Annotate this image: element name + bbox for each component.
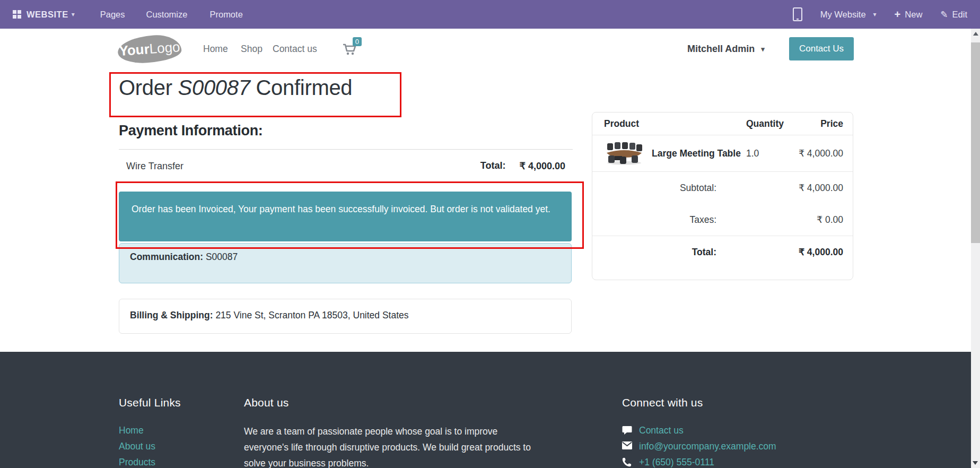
scroll-up-arrow[interactable] — [973, 32, 978, 36]
admin-toolbar-left: WEBSITE ▾ Pages Customize Promote — [0, 10, 243, 20]
nav-shop[interactable]: Shop — [241, 29, 262, 70]
logo-text-light: Logo — [149, 39, 181, 57]
chevron-down-icon: ▾ — [72, 11, 75, 18]
my-website-label: My Website — [820, 10, 866, 20]
communication-box: Communication: S00087 — [119, 243, 572, 283]
new-label: New — [905, 10, 922, 20]
admin-toolbar: WEBSITE ▾ Pages Customize Promote My Web… — [0, 0, 980, 29]
scrollbar-thumb[interactable] — [971, 42, 980, 243]
footer-link-about-us[interactable]: About us — [119, 438, 155, 454]
footer-email-label: info@yourcompany.example.com — [639, 438, 776, 454]
cart-button[interactable]: 0 — [343, 29, 356, 70]
order-number: S00087 — [178, 76, 250, 99]
website-menu[interactable]: WEBSITE — [27, 10, 68, 20]
subtotal-row: Subtotal: ₹ 4,000.00 — [592, 172, 853, 204]
scrollbar[interactable] — [971, 29, 980, 468]
product-column-header: Product — [592, 118, 746, 129]
footer-phone[interactable]: +1 (650) 555-0111 — [622, 454, 776, 468]
chevron-down-icon: ▾ — [873, 11, 877, 18]
total-label: Total: — [480, 160, 506, 172]
mobile-preview-button[interactable] — [793, 7, 802, 21]
subtotal-value: ₹ 4,000.00 — [716, 183, 853, 194]
billing-shipping-box: Billing & Shipping: 215 Vine St, Scranto… — [119, 299, 572, 334]
site-logo[interactable]: YourLogo — [117, 33, 182, 65]
subtotal-label: Subtotal: — [592, 183, 716, 194]
product-name: Large Meeting Table — [652, 148, 741, 159]
product-thumbnail — [604, 141, 644, 166]
grand-total-label: Total: — [592, 247, 716, 258]
scroll-down-arrow[interactable] — [973, 461, 978, 465]
summary-header-row: Product Quantity Price — [592, 112, 853, 135]
payment-method-row: Wire Transfer Total: ₹ 4,000.00 — [119, 154, 573, 178]
useful-links-list: Home About us Products — [119, 422, 155, 468]
billing-label: Billing & Shipping: — [130, 310, 213, 320]
pages-menu[interactable]: Pages — [100, 10, 125, 20]
plus-icon: + — [895, 9, 901, 20]
user-name: Mitchell Admin — [687, 44, 755, 55]
apps-grid-icon[interactable] — [13, 10, 21, 19]
nav-home[interactable]: Home — [203, 29, 228, 70]
taxes-label: Taxes: — [592, 214, 716, 226]
useful-links-heading: Useful Links — [119, 396, 181, 409]
quantity-column-header: Quantity — [746, 118, 789, 129]
edit-button[interactable]: ✎ Edit — [940, 9, 967, 20]
order-title-prefix: Order — [119, 76, 178, 99]
connect-with-us-heading: Connect with us — [622, 396, 703, 409]
table-row: Large Meeting Table 1.0 ₹ 4,000.00 — [592, 135, 853, 172]
page-title: Order S00087 Confirmed — [119, 76, 352, 100]
footer-contact-us-label: Contact us — [639, 422, 684, 438]
product-price: ₹ 4,000.00 — [789, 148, 853, 159]
my-website-menu[interactable]: My Website ▾ — [820, 10, 877, 20]
footer: Useful Links Home About us Products Abou… — [0, 352, 980, 468]
divider — [119, 149, 573, 150]
about-us-heading: About us — [244, 396, 289, 409]
billing-value: 215 Vine St, Scranton PA 18503, United S… — [213, 310, 409, 320]
total-value: ₹ 4,000.00 — [519, 160, 565, 172]
order-summary-card: Product Quantity Price — [592, 112, 853, 280]
invoice-status-alert: Order has been Invoiced, Your payment ha… — [119, 192, 572, 241]
chevron-down-icon: ▾ — [761, 45, 765, 53]
promote-menu[interactable]: Promote — [209, 10, 242, 20]
site-header: YourLogo Home Shop Contact us 0 Mitchell… — [0, 29, 980, 70]
footer-email[interactable]: info@yourcompany.example.com — [622, 438, 776, 454]
footer-link-products[interactable]: Products — [119, 454, 155, 468]
order-title-suffix: Confirmed — [250, 76, 353, 99]
main-content: Order S00087 Confirmed Payment Informati… — [0, 70, 980, 352]
communication-value: S00087 — [203, 252, 238, 262]
about-us-text: We are a team of passionate people whose… — [244, 423, 537, 468]
edit-label: Edit — [952, 10, 967, 20]
price-column-header: Price — [789, 118, 853, 129]
new-button[interactable]: + New — [895, 9, 923, 20]
payment-information-heading: Payment Information: — [119, 123, 263, 139]
footer-contact-us[interactable]: Contact us — [622, 422, 776, 438]
contact-us-button[interactable]: Contact Us — [789, 37, 854, 60]
mobile-icon — [793, 7, 802, 21]
payment-method: Wire Transfer — [126, 161, 183, 172]
admin-toolbar-right: My Website ▾ + New ✎ Edit — [775, 7, 980, 21]
taxes-value: ₹ 0.00 — [716, 214, 853, 226]
footer-link-home[interactable]: Home — [119, 422, 155, 438]
page: WEBSITE ▾ Pages Customize Promote My Web… — [0, 0, 980, 468]
pencil-icon: ✎ — [940, 9, 948, 20]
envelope-icon — [622, 441, 632, 452]
taxes-row: Taxes: ₹ 0.00 — [592, 204, 853, 236]
total-row: Total: ₹ 4,000.00 — [592, 236, 853, 268]
footer-phone-label: +1 (650) 555-0111 — [639, 454, 714, 468]
logo-text-bold: Your — [118, 41, 150, 59]
chat-bubble-icon — [622, 426, 632, 436]
connect-list: Contact us info@yourcompany.example.com … — [622, 422, 776, 468]
product-quantity: 1.0 — [746, 148, 789, 159]
grand-total-value: ₹ 4,000.00 — [716, 247, 853, 258]
customize-menu[interactable]: Customize — [146, 10, 188, 20]
communication-label: Communication: — [130, 252, 203, 262]
phone-icon — [622, 457, 632, 467]
nav-contact-us[interactable]: Contact us — [273, 29, 317, 70]
user-menu[interactable]: Mitchell Admin ▾ — [687, 29, 765, 70]
cart-count-badge: 0 — [353, 37, 362, 46]
